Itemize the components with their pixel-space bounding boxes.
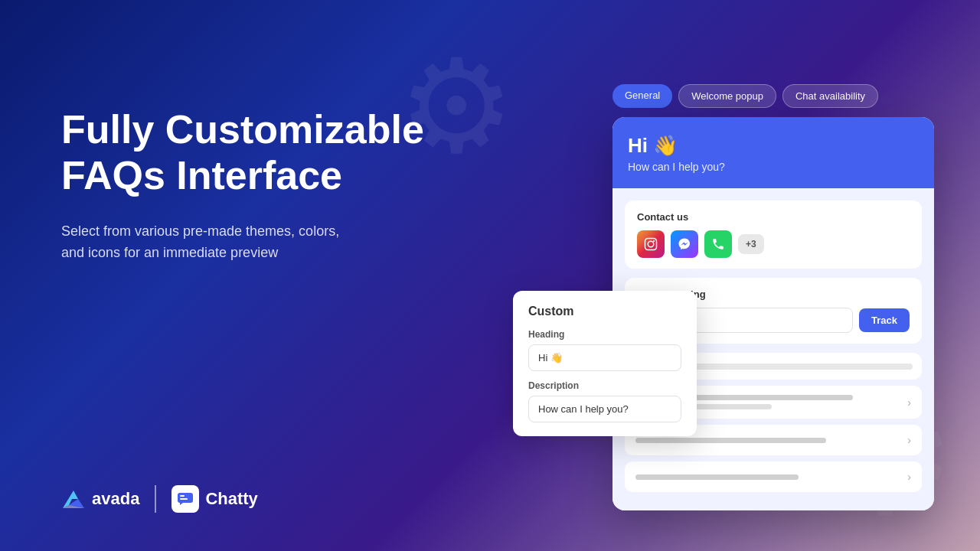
instagram-icon[interactable] (637, 230, 665, 258)
tabs-row: General Welcome popup Chat availability (612, 84, 934, 108)
heading-label: Heading (528, 329, 681, 340)
tab-welcome-popup[interactable]: Welcome popup (678, 84, 776, 108)
faq-line-long-3 (635, 474, 799, 480)
contact-card: Contact us +3 (625, 201, 922, 269)
phone-icon[interactable] (704, 230, 732, 258)
svg-point-11 (653, 240, 655, 242)
main-title: Fully Customizable FAQs Interface (61, 107, 429, 199)
svg-point-10 (648, 241, 654, 247)
chatty-icon (172, 485, 199, 513)
faq-line-long-2 (635, 438, 826, 443)
contact-us-title: Contact us (637, 211, 910, 223)
avada-text: avada (92, 489, 139, 509)
avada-logo: avada (61, 488, 139, 510)
chat-bubble-icon (177, 492, 194, 506)
logo-divider (155, 485, 156, 513)
panel-title: Custom (528, 305, 681, 318)
chat-greeting: Hi 👋 (628, 134, 919, 158)
track-button[interactable]: Track (859, 308, 910, 332)
chat-header: Hi 👋 How can I help you? (612, 117, 934, 188)
custom-panel: Custom Heading Description (513, 291, 697, 436)
left-section: Fully Customizable FAQs Interface Select… (61, 107, 429, 264)
chatty-logo: Chatty (172, 485, 257, 513)
subtitle: Select from various pre-made themes, col… (61, 220, 352, 265)
svg-rect-9 (645, 239, 657, 250)
description-input[interactable] (528, 396, 681, 422)
chat-subtext: How can I help you? (628, 161, 919, 173)
svg-marker-7 (180, 503, 183, 505)
more-badge[interactable]: +3 (738, 234, 764, 254)
faq-item-3[interactable]: › (625, 461, 922, 492)
faq-lines-3 (635, 474, 907, 480)
logo-area: avada Chatty (61, 485, 258, 513)
messenger-icon[interactable] (671, 230, 698, 258)
heading-input[interactable] (528, 344, 681, 371)
tab-chat-availability[interactable]: Chat availability (782, 84, 878, 108)
right-section: General Welcome popup Chat availability … (612, 84, 934, 510)
chevron-icon-3: › (907, 471, 911, 483)
description-label: Description (528, 380, 681, 391)
contact-icons: +3 (637, 230, 910, 258)
chevron-icon-2: › (907, 434, 911, 446)
faq-lines-2 (635, 438, 907, 443)
chatty-text: Chatty (205, 489, 257, 509)
chevron-icon-1: › (907, 396, 911, 409)
tab-general[interactable]: General (612, 84, 672, 108)
avada-icon (61, 488, 86, 510)
svg-rect-5 (180, 495, 185, 497)
